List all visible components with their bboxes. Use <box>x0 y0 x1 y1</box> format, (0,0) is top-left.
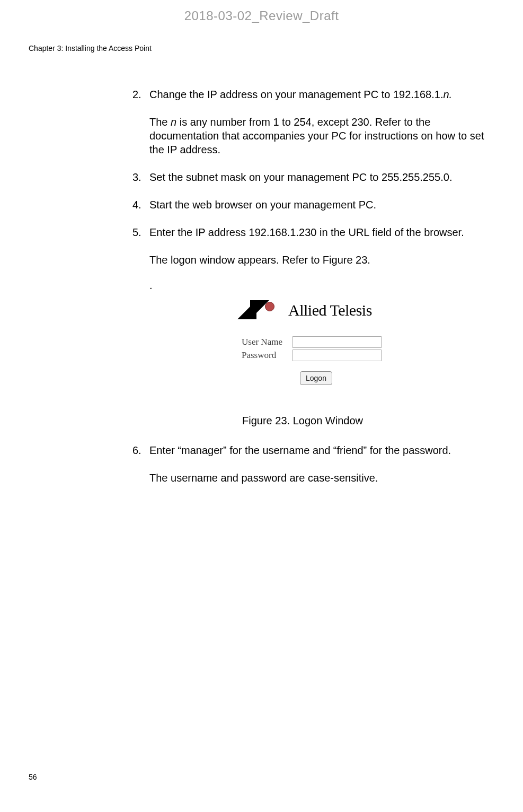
page-content: 2. Change the IP address on your managem… <box>132 88 489 499</box>
step-6-sub: The username and password are case-sensi… <box>149 471 489 485</box>
step-6: 6. Enter “manager” for the username and … <box>132 443 489 457</box>
step-text-part: Change the IP address on your management… <box>149 89 443 100</box>
step-4: 4. Start the web browser on your managem… <box>132 198 489 212</box>
step-marker: 2. <box>132 88 141 101</box>
step-5-sub: The logon window appears. Refer to Figur… <box>149 253 489 267</box>
figure-23: Allied Telesis User Name Password Logon … <box>127 296 489 427</box>
sub-text-part: is any number from 1 to 254, except 230.… <box>149 116 484 155</box>
step-marker: 6. <box>132 443 141 457</box>
username-input[interactable] <box>292 336 382 348</box>
username-row: User Name <box>242 336 382 348</box>
step-5-dot: . <box>149 278 489 292</box>
figure-caption: Figure 23. Logon Window <box>117 414 489 427</box>
step-marker: 3. <box>132 170 141 184</box>
logo-text: Allied Telesis <box>288 300 372 320</box>
password-label: Password <box>242 350 292 361</box>
allied-telesis-logo-icon <box>237 300 284 320</box>
logon-window: Allied Telesis User Name Password Logon <box>230 296 386 392</box>
logo-row: Allied Telesis <box>237 300 382 320</box>
sub-text-part: The <box>149 116 171 128</box>
page-number: 56 <box>29 773 37 781</box>
step-marker: 4. <box>132 198 141 212</box>
sub-text-italic: n <box>171 116 176 128</box>
logo-circle-icon <box>265 302 274 311</box>
step-3: 3. Set the subnet mask on your managemen… <box>132 170 489 184</box>
watermark-text: 2018-03-02_Review_Draft <box>0 8 523 23</box>
step-text: Enter “manager” for the username and “fr… <box>149 443 489 457</box>
logon-form: User Name Password Logon <box>242 336 382 385</box>
chapter-header: Chapter 3: Installing the Access Point <box>29 44 152 53</box>
step-5: 5. Enter the IP address 192.168.1.230 in… <box>132 225 489 239</box>
logon-button[interactable]: Logon <box>300 371 332 385</box>
username-label: User Name <box>242 336 292 348</box>
step-text-italic: n. <box>443 89 452 100</box>
password-input[interactable] <box>292 350 382 361</box>
step-text: Enter the IP address 192.168.1.230 in th… <box>149 225 489 239</box>
step-2-sub: The n is any number from 1 to 254, excep… <box>149 115 489 156</box>
step-text: Start the web browser on your management… <box>149 198 489 212</box>
password-row: Password <box>242 350 382 361</box>
step-text: Set the subnet mask on your management P… <box>149 170 489 184</box>
step-text: Change the IP address on your management… <box>149 88 489 101</box>
step-marker: 5. <box>132 225 141 239</box>
step-2: 2. Change the IP address on your managem… <box>132 88 489 101</box>
